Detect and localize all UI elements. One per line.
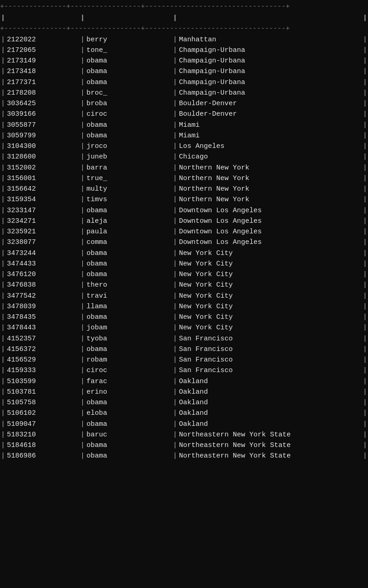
sep: | <box>172 355 178 365</box>
username-cell: obama <box>86 419 172 430</box>
phone-cell: 3104300 <box>6 141 80 152</box>
phone-cell: 3478039 <box>6 301 80 312</box>
sep: | <box>0 334 6 344</box>
username-cell: obama <box>86 344 172 355</box>
sep: | <box>80 216 86 226</box>
sep: | <box>172 194 178 205</box>
phone-cell: 2173149 <box>6 56 80 66</box>
table-row: | 4152357 | tyoba | San Francisco | <box>0 334 368 344</box>
sep: | <box>362 173 368 184</box>
sep: | <box>172 301 178 312</box>
table-row: | 5109047 | obama | Oakland | <box>0 419 368 430</box>
sep: | <box>172 226 178 237</box>
region-cell: San Francisco <box>178 355 362 365</box>
username-cell: obama <box>86 312 172 322</box>
sep: | <box>172 109 178 119</box>
table-row: | 3477542 | travi | New York City | <box>0 291 368 301</box>
sep: | <box>362 226 368 237</box>
sep: | <box>0 152 6 162</box>
table-row: | 4156372 | obama | San Francisco | <box>0 344 368 355</box>
sep: | <box>172 141 178 152</box>
sep: | <box>80 440 86 451</box>
sep: | <box>362 109 368 119</box>
sep: | <box>80 205 86 216</box>
sep: | <box>362 163 368 173</box>
sep: | <box>0 56 6 66</box>
phone-cell: 3156642 <box>6 184 80 194</box>
sep: | <box>362 259 368 269</box>
sep: | <box>80 163 86 173</box>
sep: | <box>80 419 86 430</box>
sep: | <box>0 216 6 226</box>
sep: | <box>0 344 6 355</box>
region-cell: New York City <box>178 322 362 333</box>
region-cell: San Francisco <box>178 334 362 344</box>
phone-cell: 3233147 <box>6 205 80 216</box>
sep: | <box>172 408 178 418</box>
sep: | <box>80 451 86 461</box>
sep: | <box>80 259 86 269</box>
sep: | <box>0 322 6 333</box>
region-cell: Oakland <box>178 397 362 408</box>
sep: | <box>0 194 6 205</box>
region-cell: Manhattan <box>178 34 362 45</box>
username-cell: erino <box>86 387 172 397</box>
sep: | <box>172 440 178 451</box>
sep: | <box>362 248 368 259</box>
table-row: | 5186986 | obama | Northeastern New Yor… <box>0 451 368 461</box>
table-row: | 3059799 | obama | Miami | <box>0 130 368 141</box>
sep: | <box>362 451 368 461</box>
sep: | <box>0 130 6 141</box>
sep: | <box>172 334 178 344</box>
sep: | <box>80 280 86 290</box>
table-row: | 3235921 | paula | Downtown Los Angeles… <box>0 226 368 237</box>
sep: | <box>362 141 368 152</box>
region-cell: New York City <box>178 291 362 301</box>
region-cell: New York City <box>178 248 362 259</box>
sep: | <box>0 355 6 365</box>
table-row: | 3234271 | aleja | Downtown Los Angeles… <box>0 216 368 226</box>
sep: | <box>362 408 368 418</box>
phone-cell: 3478443 <box>6 322 80 333</box>
sep: | <box>80 344 86 355</box>
username-cell: tone_ <box>86 45 172 56</box>
sep: | <box>362 301 368 312</box>
phone-cell: 3055877 <box>6 120 80 130</box>
sep: | <box>362 322 368 333</box>
username-cell: obama <box>86 130 172 141</box>
sep: | <box>172 120 178 130</box>
sep: | <box>362 98 368 109</box>
sep: | <box>362 205 368 216</box>
region-cell: New York City <box>178 259 362 269</box>
sep: | <box>362 280 368 290</box>
table-row: | 3474433 | obama | New York City | <box>0 259 368 269</box>
sep: | <box>172 269 178 280</box>
sep: | <box>172 45 178 56</box>
username-cell: travi <box>86 291 172 301</box>
table-row: | 2173418 | obama | Champaign-Urbana | <box>0 66 368 77</box>
sep: | <box>0 248 6 259</box>
table-row: | 4159333 | ciroc | San Francisco | <box>0 365 368 376</box>
region-cell: Northern New York <box>178 173 362 184</box>
sep: | <box>0 237 6 248</box>
sep: | <box>362 376 368 387</box>
sep: | <box>80 120 86 130</box>
region-cell: Champaign-Urbana <box>178 88 362 98</box>
sep: | <box>172 376 178 387</box>
region-cell: Miami <box>178 130 362 141</box>
sep: | <box>0 291 6 301</box>
username-cell: juneb <box>86 152 172 162</box>
username-cell: jroco <box>86 141 172 152</box>
sep: | <box>362 419 368 430</box>
sep: | <box>172 259 178 269</box>
sep: | <box>362 387 368 397</box>
phone-cell: 5103599 <box>6 376 80 387</box>
table-row: | 3128600 | juneb | Chicago | <box>0 152 368 162</box>
phone-cell: 3128600 <box>6 152 80 162</box>
table-row: | 3478039 | llama | New York City | <box>0 301 368 312</box>
phone-cell: 2172065 <box>6 45 80 56</box>
sep: | <box>0 365 6 376</box>
sep: | <box>172 12 178 24</box>
username-cell: obama <box>86 269 172 280</box>
sep: | <box>0 312 6 322</box>
